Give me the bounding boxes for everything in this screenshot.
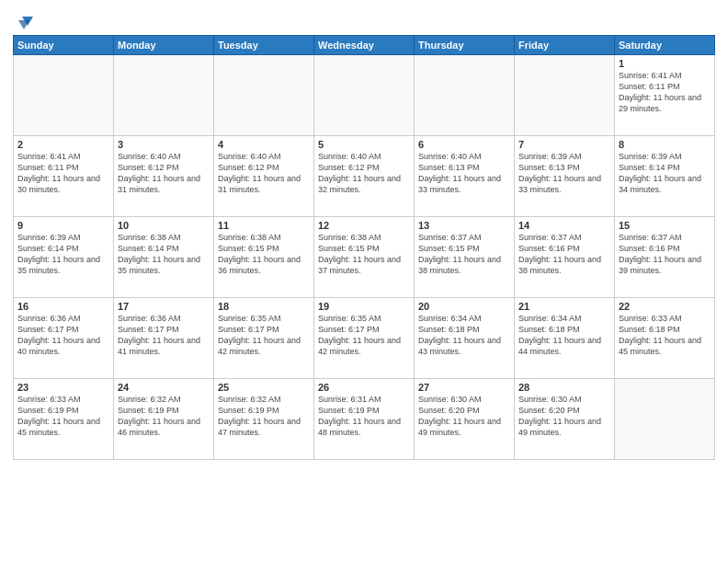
day-info: Sunrise: 6:36 AM Sunset: 6:17 PM Dayligh… bbox=[17, 313, 109, 358]
calendar-day-cell: 22Sunrise: 6:33 AM Sunset: 6:18 PM Dayli… bbox=[615, 298, 715, 379]
weekday-header: Thursday bbox=[415, 36, 515, 55]
day-number: 19 bbox=[318, 301, 410, 312]
day-number: 3 bbox=[118, 139, 210, 150]
day-info: Sunrise: 6:41 AM Sunset: 6:11 PM Dayligh… bbox=[17, 151, 109, 196]
calendar-day-cell: 21Sunrise: 6:34 AM Sunset: 6:18 PM Dayli… bbox=[515, 298, 615, 379]
weekday-header: Wednesday bbox=[314, 36, 415, 55]
day-info: Sunrise: 6:41 AM Sunset: 6:11 PM Dayligh… bbox=[619, 70, 711, 115]
day-number: 18 bbox=[218, 301, 310, 312]
header bbox=[13, 9, 715, 31]
day-number: 5 bbox=[318, 139, 410, 150]
calendar-day-cell bbox=[314, 55, 415, 136]
day-info: Sunrise: 6:35 AM Sunset: 6:17 PM Dayligh… bbox=[318, 313, 410, 358]
calendar-day-cell bbox=[114, 55, 214, 136]
calendar-day-cell bbox=[14, 55, 114, 136]
day-number: 24 bbox=[118, 382, 210, 393]
day-number: 13 bbox=[418, 220, 510, 231]
day-number: 10 bbox=[118, 220, 210, 231]
day-info: Sunrise: 6:40 AM Sunset: 6:13 PM Dayligh… bbox=[418, 151, 510, 196]
calendar-day-cell: 17Sunrise: 6:36 AM Sunset: 6:17 PM Dayli… bbox=[114, 298, 214, 379]
day-number: 23 bbox=[17, 382, 109, 393]
weekday-header: Monday bbox=[114, 36, 214, 55]
day-number: 7 bbox=[518, 139, 610, 150]
calendar-table: SundayMondayTuesdayWednesdayThursdayFrid… bbox=[13, 35, 715, 460]
day-number: 6 bbox=[418, 139, 510, 150]
day-number: 16 bbox=[17, 301, 109, 312]
calendar-day-cell: 5Sunrise: 6:40 AM Sunset: 6:12 PM Daylig… bbox=[314, 136, 415, 217]
calendar-day-cell: 14Sunrise: 6:37 AM Sunset: 6:16 PM Dayli… bbox=[515, 217, 615, 298]
calendar-day-cell: 4Sunrise: 6:40 AM Sunset: 6:12 PM Daylig… bbox=[214, 136, 314, 217]
day-number: 25 bbox=[218, 382, 310, 393]
day-info: Sunrise: 6:39 AM Sunset: 6:13 PM Dayligh… bbox=[518, 151, 610, 196]
day-info: Sunrise: 6:40 AM Sunset: 6:12 PM Dayligh… bbox=[118, 151, 210, 196]
calendar-day-cell: 19Sunrise: 6:35 AM Sunset: 6:17 PM Dayli… bbox=[314, 298, 415, 379]
day-number: 15 bbox=[619, 220, 711, 231]
calendar-day-cell: 28Sunrise: 6:30 AM Sunset: 6:20 PM Dayli… bbox=[515, 379, 615, 460]
page: SundayMondayTuesdayWednesdayThursdayFrid… bbox=[0, 0, 728, 563]
day-number: 21 bbox=[518, 301, 610, 312]
day-number: 14 bbox=[518, 220, 610, 231]
calendar-day-cell: 16Sunrise: 6:36 AM Sunset: 6:17 PM Dayli… bbox=[14, 298, 114, 379]
day-number: 22 bbox=[619, 301, 711, 312]
day-info: Sunrise: 6:39 AM Sunset: 6:14 PM Dayligh… bbox=[17, 232, 109, 277]
calendar-day-cell: 1Sunrise: 6:41 AM Sunset: 6:11 PM Daylig… bbox=[615, 55, 715, 136]
day-info: Sunrise: 6:32 AM Sunset: 6:19 PM Dayligh… bbox=[118, 394, 210, 439]
calendar-day-cell: 20Sunrise: 6:34 AM Sunset: 6:18 PM Dayli… bbox=[415, 298, 515, 379]
calendar-week-row: 23Sunrise: 6:33 AM Sunset: 6:19 PM Dayli… bbox=[14, 379, 715, 460]
day-info: Sunrise: 6:38 AM Sunset: 6:14 PM Dayligh… bbox=[118, 232, 210, 277]
day-info: Sunrise: 6:37 AM Sunset: 6:15 PM Dayligh… bbox=[418, 232, 510, 277]
day-info: Sunrise: 6:40 AM Sunset: 6:12 PM Dayligh… bbox=[318, 151, 410, 196]
calendar-header-row: SundayMondayTuesdayWednesdayThursdayFrid… bbox=[14, 36, 715, 55]
day-info: Sunrise: 6:33 AM Sunset: 6:19 PM Dayligh… bbox=[17, 394, 109, 439]
day-info: Sunrise: 6:35 AM Sunset: 6:17 PM Dayligh… bbox=[218, 313, 310, 358]
day-info: Sunrise: 6:33 AM Sunset: 6:18 PM Dayligh… bbox=[619, 313, 711, 358]
calendar-day-cell: 15Sunrise: 6:37 AM Sunset: 6:16 PM Dayli… bbox=[615, 217, 715, 298]
calendar-day-cell: 12Sunrise: 6:38 AM Sunset: 6:15 PM Dayli… bbox=[314, 217, 415, 298]
weekday-header: Friday bbox=[515, 36, 615, 55]
calendar-week-row: 2Sunrise: 6:41 AM Sunset: 6:11 PM Daylig… bbox=[14, 136, 715, 217]
calendar-day-cell: 2Sunrise: 6:41 AM Sunset: 6:11 PM Daylig… bbox=[14, 136, 114, 217]
calendar-day-cell: 24Sunrise: 6:32 AM Sunset: 6:19 PM Dayli… bbox=[114, 379, 214, 460]
calendar-week-row: 16Sunrise: 6:36 AM Sunset: 6:17 PM Dayli… bbox=[14, 298, 715, 379]
calendar-day-cell bbox=[615, 379, 715, 460]
calendar-day-cell: 10Sunrise: 6:38 AM Sunset: 6:14 PM Dayli… bbox=[114, 217, 214, 298]
calendar-day-cell: 11Sunrise: 6:38 AM Sunset: 6:15 PM Dayli… bbox=[214, 217, 314, 298]
calendar-day-cell: 26Sunrise: 6:31 AM Sunset: 6:19 PM Dayli… bbox=[314, 379, 415, 460]
weekday-header: Sunday bbox=[14, 36, 114, 55]
day-info: Sunrise: 6:34 AM Sunset: 6:18 PM Dayligh… bbox=[518, 313, 610, 358]
calendar-week-row: 1Sunrise: 6:41 AM Sunset: 6:11 PM Daylig… bbox=[14, 55, 715, 136]
day-info: Sunrise: 6:38 AM Sunset: 6:15 PM Dayligh… bbox=[318, 232, 410, 277]
calendar-day-cell bbox=[515, 55, 615, 136]
calendar-day-cell: 3Sunrise: 6:40 AM Sunset: 6:12 PM Daylig… bbox=[114, 136, 214, 217]
day-number: 9 bbox=[17, 220, 109, 231]
day-info: Sunrise: 6:37 AM Sunset: 6:16 PM Dayligh… bbox=[518, 232, 610, 277]
calendar-day-cell: 27Sunrise: 6:30 AM Sunset: 6:20 PM Dayli… bbox=[415, 379, 515, 460]
day-number: 1 bbox=[619, 58, 711, 69]
day-info: Sunrise: 6:34 AM Sunset: 6:18 PM Dayligh… bbox=[418, 313, 510, 358]
calendar-day-cell: 7Sunrise: 6:39 AM Sunset: 6:13 PM Daylig… bbox=[515, 136, 615, 217]
day-info: Sunrise: 6:36 AM Sunset: 6:17 PM Dayligh… bbox=[118, 313, 210, 358]
day-info: Sunrise: 6:32 AM Sunset: 6:19 PM Dayligh… bbox=[218, 394, 310, 439]
day-info: Sunrise: 6:30 AM Sunset: 6:20 PM Dayligh… bbox=[418, 394, 510, 439]
logo-icon bbox=[15, 13, 33, 31]
calendar-day-cell: 6Sunrise: 6:40 AM Sunset: 6:13 PM Daylig… bbox=[415, 136, 515, 217]
calendar-day-cell bbox=[415, 55, 515, 136]
day-number: 17 bbox=[118, 301, 210, 312]
calendar-day-cell: 8Sunrise: 6:39 AM Sunset: 6:14 PM Daylig… bbox=[615, 136, 715, 217]
day-number: 28 bbox=[518, 382, 610, 393]
day-number: 26 bbox=[318, 382, 410, 393]
day-number: 4 bbox=[218, 139, 310, 150]
day-info: Sunrise: 6:40 AM Sunset: 6:12 PM Dayligh… bbox=[218, 151, 310, 196]
logo bbox=[13, 13, 33, 31]
day-number: 12 bbox=[318, 220, 410, 231]
day-number: 11 bbox=[218, 220, 310, 231]
calendar-day-cell: 18Sunrise: 6:35 AM Sunset: 6:17 PM Dayli… bbox=[214, 298, 314, 379]
calendar-day-cell: 9Sunrise: 6:39 AM Sunset: 6:14 PM Daylig… bbox=[14, 217, 114, 298]
calendar-day-cell bbox=[214, 55, 314, 136]
day-info: Sunrise: 6:39 AM Sunset: 6:14 PM Dayligh… bbox=[619, 151, 711, 196]
calendar-day-cell: 25Sunrise: 6:32 AM Sunset: 6:19 PM Dayli… bbox=[214, 379, 314, 460]
day-info: Sunrise: 6:37 AM Sunset: 6:16 PM Dayligh… bbox=[619, 232, 711, 277]
weekday-header: Saturday bbox=[615, 36, 715, 55]
day-number: 27 bbox=[418, 382, 510, 393]
day-number: 8 bbox=[619, 139, 711, 150]
